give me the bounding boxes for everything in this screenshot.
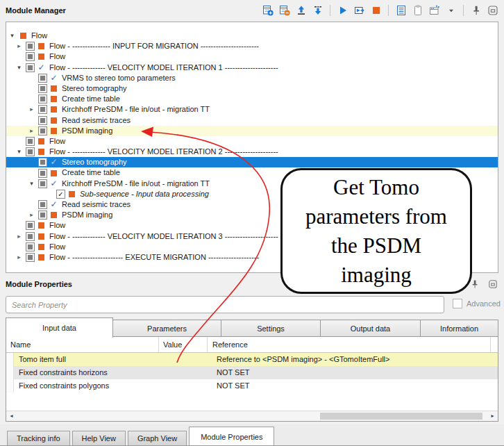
window-menu-icon[interactable]	[428, 4, 440, 16]
panel-title: Module Manager	[6, 6, 66, 15]
tree-row[interactable]: ✓VRMS to stereo tomo parameters	[6, 73, 498, 83]
column-divider[interactable]	[158, 337, 159, 352]
column-header-name[interactable]: Name	[10, 337, 31, 352]
view-tab-module-properties[interactable]: Module Properties	[189, 427, 274, 446]
export-icon[interactable]	[312, 4, 324, 16]
orange-square-icon	[38, 233, 44, 240]
expander-collapsed-icon[interactable]: ▸	[27, 104, 36, 115]
float-icon[interactable]	[487, 4, 498, 16]
tree-checkbox[interactable]	[38, 105, 47, 114]
tree-checkbox[interactable]	[38, 116, 47, 125]
tree-checkbox[interactable]	[38, 94, 47, 104]
orange-square-icon	[38, 254, 44, 261]
tree-checkbox[interactable]	[26, 147, 35, 156]
tree-checkbox[interactable]	[26, 253, 35, 262]
expander-collapsed-icon[interactable]: ▸	[15, 252, 24, 263]
tree-checkbox[interactable]	[38, 179, 47, 188]
add-module-icon[interactable]	[262, 4, 274, 16]
tree-row[interactable]: ▾Flow	[6, 31, 498, 41]
tree-row[interactable]: ✓Stereo tomography	[6, 157, 498, 167]
import-icon[interactable]	[295, 4, 307, 16]
row-header-cell[interactable]	[6, 379, 14, 393]
table-row[interactable]: Tomo item fullReference to <PSDM imaging…	[6, 353, 498, 366]
column-divider[interactable]	[490, 337, 491, 352]
expander-expanded-icon[interactable]: ▾	[27, 179, 36, 189]
tree-checkbox[interactable]	[38, 126, 47, 135]
column-header-reference[interactable]: Reference	[212, 337, 248, 352]
remove-module-icon[interactable]	[278, 4, 290, 16]
advanced-option[interactable]: Advanced	[453, 299, 501, 308]
view-tab-label: Graph View	[137, 434, 177, 443]
tree-row[interactable]: ▸Kirchhoff PreSDM - file in/out - migrat…	[6, 104, 498, 115]
tree-row[interactable]: ▸Flow - --------------- INPUT FOR MIGRAT…	[6, 41, 498, 51]
scroll-left-icon[interactable]: ◂	[7, 412, 16, 420]
tree-checkbox[interactable]	[26, 242, 35, 251]
row-header-cell[interactable]	[6, 353, 14, 366]
toolbar-separator	[463, 5, 464, 16]
module-state-icon	[50, 117, 58, 124]
tree-row[interactable]: ▾✓Flow - ------------- VELOCITY MODEL IT…	[6, 63, 498, 73]
tree-checkbox[interactable]	[26, 221, 35, 230]
column-header-value[interactable]: Value	[163, 337, 182, 352]
tree-row[interactable]: Create time table	[6, 94, 498, 104]
expander-expanded-icon[interactable]: ▾	[15, 63, 24, 73]
tree-row[interactable]: Flow	[6, 136, 498, 147]
orange-square-icon	[51, 128, 57, 134]
checkbox-partial-mark	[40, 107, 45, 112]
tree-row[interactable]: Flow	[6, 51, 498, 62]
run-icon[interactable]	[337, 4, 348, 16]
row-header-cell[interactable]	[6, 366, 14, 379]
scrollbar-thumb[interactable]	[320, 413, 482, 420]
view-tab-graph-view[interactable]: Graph View	[128, 431, 187, 446]
tree-checkbox[interactable]	[26, 52, 35, 61]
table-row[interactable]: Fixed constraints polygonsNOT SET	[6, 379, 498, 393]
tab-output-data[interactable]: Output data	[321, 320, 421, 337]
run-flow-icon[interactable]	[353, 4, 365, 16]
expander-expanded-icon[interactable]: ▾	[15, 147, 24, 157]
tree-checkbox[interactable]	[38, 74, 47, 83]
column-divider[interactable]	[207, 337, 208, 352]
tree-checkbox[interactable]	[26, 63, 35, 72]
tree-row[interactable]: Stereo tomography	[6, 83, 498, 94]
tab-settings[interactable]: Settings	[221, 320, 321, 337]
float-icon[interactable]	[487, 279, 498, 290]
checkbox-partial-mark	[40, 97, 45, 101]
expander-collapsed-icon[interactable]: ▸	[27, 210, 36, 220]
expander-collapsed-icon[interactable]: ▸	[15, 41, 24, 51]
chevron-down-icon[interactable]	[445, 4, 457, 16]
tree-row[interactable]: ▾Flow - ------------- VELOCITY MODEL ITE…	[6, 147, 498, 157]
scroll-right-icon[interactable]: ▸	[488, 412, 497, 420]
module-state-icon	[37, 138, 45, 144]
expander-collapsed-icon[interactable]: ▸	[27, 126, 36, 136]
property-table-pane: Name Value Reference Tomo item fullRefer…	[6, 336, 498, 422]
module-state-icon	[68, 191, 76, 197]
tree-row[interactable]: Read seismic traces	[6, 115, 498, 126]
table-row[interactable]: Fixed constraints horizonsNOT SET	[6, 366, 498, 379]
tree-checkbox[interactable]	[26, 232, 35, 241]
pin-icon[interactable]	[470, 4, 482, 16]
stop-icon[interactable]	[370, 4, 382, 16]
tree-checkbox[interactable]	[26, 42, 35, 51]
view-tab-help-view[interactable]: Help View	[72, 431, 126, 446]
tree-checkbox[interactable]	[38, 200, 47, 209]
advanced-checkbox[interactable]	[453, 299, 462, 308]
expander-expanded-icon[interactable]: ▾	[8, 31, 17, 41]
tree-checkbox[interactable]	[38, 158, 47, 167]
tree-checkbox[interactable]	[38, 169, 47, 178]
module-state-icon	[50, 170, 58, 176]
tab-parameters[interactable]: Parameters	[113, 320, 221, 337]
tree-row[interactable]: ▸PSDM imaging	[6, 126, 498, 136]
clipboard-icon[interactable]	[412, 4, 423, 16]
tab-information[interactable]: Information	[421, 320, 498, 337]
tree-row-label: Flow	[48, 220, 65, 231]
report-icon[interactable]	[395, 4, 407, 16]
horizontal-scrollbar[interactable]: ◂ ▸	[6, 411, 498, 421]
tree-checkbox[interactable]	[26, 137, 35, 146]
tree-checkbox[interactable]	[38, 84, 47, 93]
tree-checkbox[interactable]: ✓	[56, 190, 65, 199]
tree-checkbox[interactable]	[38, 210, 47, 220]
expander-collapsed-icon[interactable]: ▸	[15, 231, 24, 242]
tab-input-data[interactable]: Input data	[6, 317, 113, 338]
view-tab-tracking-info[interactable]: Tracking info	[7, 431, 70, 446]
search-input[interactable]	[6, 296, 444, 313]
